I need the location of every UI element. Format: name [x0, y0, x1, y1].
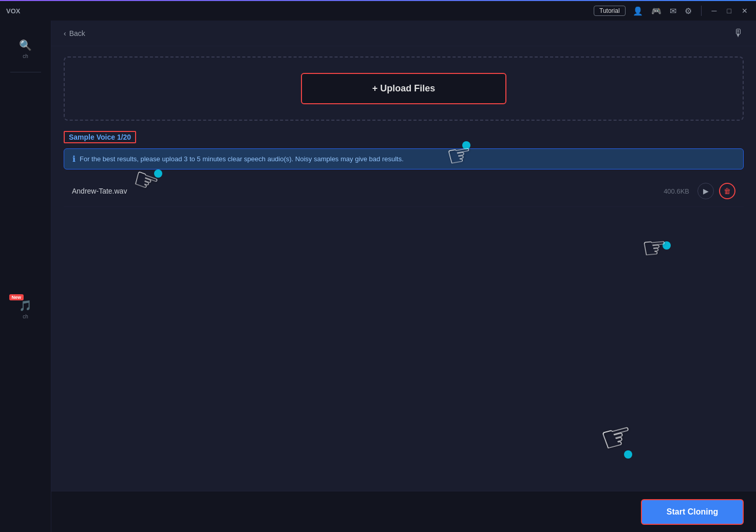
- sample-voice-label: Sample Voice 1/20: [64, 131, 136, 143]
- sidebar-item-search[interactable]: 🔍 ch: [5, 31, 46, 67]
- sidebar-label-search: ch: [23, 53, 28, 59]
- play-button[interactable]: ▶: [697, 183, 714, 199]
- close-button[interactable]: ✕: [740, 7, 750, 15]
- sidebar-label-new: ch: [23, 314, 28, 319]
- info-banner: ℹ For the best results, please upload 3 …: [64, 148, 744, 169]
- main-content: ‹ Back 🎙 + Upload Files Sample Voice 1/2…: [51, 21, 756, 532]
- delete-button[interactable]: 🗑: [719, 183, 735, 199]
- sidebar: 🔍 ch New 🎵 ch: [0, 21, 51, 532]
- top-bar-right: 🎙: [733, 27, 744, 39]
- info-icon: ℹ: [72, 154, 75, 164]
- user-icon[interactable]: 👤: [632, 5, 644, 17]
- file-actions: ▶ 🗑: [697, 183, 735, 199]
- discord-icon[interactable]: 🎮: [650, 5, 663, 17]
- upload-files-button[interactable]: + Upload Files: [301, 73, 506, 104]
- settings-icon[interactable]: ⚙: [684, 5, 693, 17]
- maximize-button[interactable]: □: [725, 7, 733, 15]
- file-row: Andrew-Tate.wav 400.6KB ▶ 🗑: [64, 176, 744, 207]
- back-chevron-icon: ‹: [64, 29, 66, 37]
- top-bar: ‹ Back 🎙: [51, 21, 756, 46]
- back-button[interactable]: ‹ Back: [64, 29, 85, 37]
- upload-box: + Upload Files: [64, 56, 744, 121]
- tutorial-button[interactable]: Tutorial: [594, 6, 626, 16]
- voice-settings-icon[interactable]: 🎙: [733, 27, 744, 39]
- start-cloning-button[interactable]: Start Cloning: [641, 499, 744, 525]
- file-name: Andrew-Tate.wav: [72, 187, 664, 195]
- title-bar: VOX Tutorial 👤 🎮 ✉ ⚙ ─ □ ✕: [0, 0, 756, 21]
- search-icon: 🔍: [19, 39, 32, 51]
- sidebar-item-new[interactable]: New 🎵 ch: [5, 291, 46, 327]
- sidebar-divider: [10, 72, 41, 72]
- app-title: VOX: [6, 7, 20, 15]
- title-bar-left: VOX: [6, 7, 20, 15]
- back-label: Back: [69, 29, 85, 37]
- info-text: For the best results, please upload 3 to…: [80, 155, 404, 163]
- bottom-bar: Start Cloning: [51, 491, 756, 532]
- minimize-button[interactable]: ─: [710, 7, 719, 15]
- music-icon: 🎵: [19, 299, 32, 312]
- mail-icon[interactable]: ✉: [669, 5, 677, 17]
- new-badge: New: [9, 294, 24, 300]
- content-area: + Upload Files Sample Voice 1/20 ℹ For t…: [51, 46, 756, 491]
- title-bar-right: Tutorial 👤 🎮 ✉ ⚙ ─ □ ✕: [594, 5, 750, 17]
- file-size: 400.6KB: [664, 187, 689, 195]
